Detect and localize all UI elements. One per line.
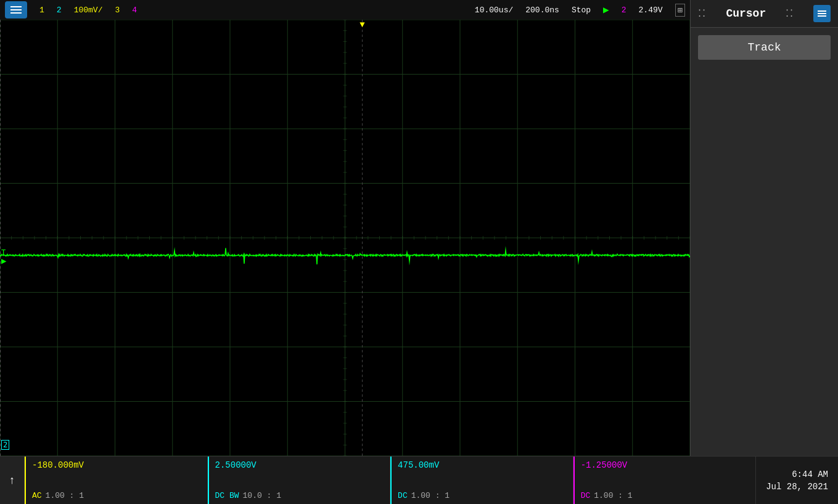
cell1-label: AC xyxy=(32,491,42,500)
cell4-label: DC xyxy=(581,491,591,500)
cell3-bottom: DC 1.00 : 1 xyxy=(398,491,567,500)
trigger-line xyxy=(0,20,1,456)
top-bar: 1 2 100mV/ 3 4 10.00us/ 200.0ns Stop ▶ 2… xyxy=(0,0,690,20)
cell2-ratio: 10.0 : 1 xyxy=(243,491,281,500)
time-display: 6:44 AM xyxy=(792,469,828,479)
time-offset-label: 200.0ns xyxy=(525,6,559,15)
cell2-label: DC BW xyxy=(215,491,239,500)
cell1-ratio: 1.00 : 1 xyxy=(46,491,84,500)
sidebar-header: ⁚⁚ Cursor ⁚⁚ xyxy=(691,0,838,28)
up-arrow-icon: ↑ xyxy=(9,474,15,487)
status-cell-2: 2.50000V DC BW 10.0 : 1 xyxy=(208,457,391,504)
cell4-ratio: 1.00 : 1 xyxy=(594,491,632,500)
oscilloscope-grid xyxy=(0,20,690,456)
cell4-bottom: DC 1.00 : 1 xyxy=(581,491,750,500)
track-button[interactable]: Track xyxy=(698,35,831,60)
ch2-label: 2 xyxy=(57,6,62,15)
cell4-value: -1.25000V xyxy=(581,460,750,470)
top-section: 1 2 100mV/ 3 4 10.00us/ 200.0ns Stop ▶ 2… xyxy=(0,0,838,456)
sidebar-panel: ⁚⁚ Cursor ⁚⁚ Track xyxy=(690,0,838,456)
sidebar-dots-left: ⁚⁚ xyxy=(698,7,707,20)
status-time: 6:44 AM Jul 28, 2021 xyxy=(756,457,838,504)
sidebar-dots-right: ⁚⁚ xyxy=(786,7,794,20)
stop-label: Stop xyxy=(572,6,591,15)
status-cell-1: -180.000mV AC 1.00 : 1 xyxy=(25,457,208,504)
sidebar-title: Cursor xyxy=(726,7,766,20)
cell1-value: -180.000mV xyxy=(32,460,201,470)
status-cell-4: -1.25000V DC 1.00 : 1 xyxy=(573,457,757,504)
trigger-marker: T ▶ xyxy=(1,249,6,265)
date-display: Jul 28, 2021 xyxy=(766,482,828,492)
ch4-trig-label: 2 xyxy=(622,6,626,15)
cell1-bottom: AC 1.00 : 1 xyxy=(32,491,201,500)
ch2-marker: 2 xyxy=(1,440,9,450)
ch1-label: 1 xyxy=(39,6,44,15)
trig-voltage-label: 2.49V xyxy=(639,6,663,15)
status-cell-3: 475.00mV DC 1.00 : 1 xyxy=(390,457,573,504)
cell2-bottom: DC BW 10.0 : 1 xyxy=(215,491,384,500)
scope-canvas[interactable]: T ▶ 2 ▼ xyxy=(0,20,690,456)
cell3-ratio: 1.00 : 1 xyxy=(411,491,450,500)
sidebar-menu-button[interactable] xyxy=(813,5,831,22)
scope-area: 1 2 100mV/ 3 4 10.00us/ 200.0ns Stop ▶ 2… xyxy=(0,0,690,456)
menu-button[interactable] xyxy=(5,1,27,18)
main-container: 1 2 100mV/ 3 4 10.00us/ 200.0ns Stop ▶ 2… xyxy=(0,0,838,504)
ch3-label: 3 xyxy=(115,6,120,15)
status-arrow[interactable]: ↑ xyxy=(0,457,25,504)
grid-icon[interactable]: ⊞ xyxy=(675,4,685,17)
trigger-arrow: ▼ xyxy=(359,20,364,30)
time-div-label: 10.00us/ xyxy=(475,6,513,15)
cell3-label: DC xyxy=(398,491,408,500)
cell3-value: 475.00mV xyxy=(398,460,567,470)
cell2-value: 2.50000V xyxy=(215,460,384,470)
ch4-label: 4 xyxy=(132,6,137,15)
run-indicator: ▶ xyxy=(603,4,609,16)
status-bar: ↑ -180.000mV AC 1.00 : 1 2.50000V DC BW … xyxy=(0,456,838,504)
volt-div-label: 100mV/ xyxy=(74,6,103,15)
